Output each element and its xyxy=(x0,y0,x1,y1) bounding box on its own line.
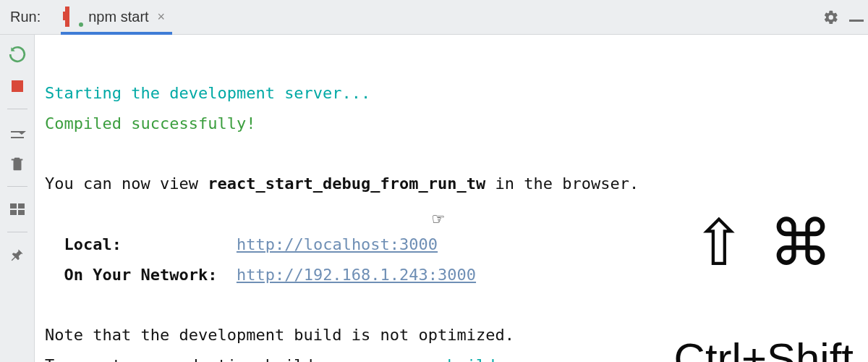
network-label: On Your Network: xyxy=(64,266,218,284)
app-name: react_start_debug_from_run_tw xyxy=(208,174,485,193)
network-url-link[interactable]: http://192.168.1.243:3000 xyxy=(237,266,476,284)
console-line: Note that the development build is not o… xyxy=(45,326,514,344)
run-tab[interactable]: npm start × xyxy=(61,0,172,34)
clear-all-button[interactable] xyxy=(8,154,27,173)
pin-button[interactable] xyxy=(8,245,27,264)
scroll-to-end-button[interactable] xyxy=(8,122,27,141)
shortcut-hint-overlay: ⇧ ⌘ Ctrl+Shift xyxy=(674,151,854,362)
console-line: Starting the development server... xyxy=(45,84,370,102)
svg-rect-3 xyxy=(10,203,17,209)
svg-rect-5 xyxy=(10,210,17,215)
tab-label: npm start xyxy=(88,9,148,25)
console-output: Starting the development server... Compi… xyxy=(35,35,868,362)
sidebar-separator xyxy=(7,186,27,187)
run-label: Run: xyxy=(10,9,41,25)
hand-cursor-icon: ☜ xyxy=(433,201,444,237)
run-sidebar xyxy=(0,35,35,362)
settings-gear-icon[interactable] xyxy=(823,9,839,25)
stop-button[interactable] xyxy=(8,77,27,96)
build-command: npm run build xyxy=(370,356,495,362)
local-url-link[interactable]: http://localhost:3000 xyxy=(237,235,438,253)
shortcut-text: Ctrl+Shift xyxy=(674,335,854,362)
rerun-button[interactable] xyxy=(8,45,27,64)
npm-icon xyxy=(65,9,82,26)
sidebar-separator xyxy=(7,232,27,232)
svg-rect-4 xyxy=(18,203,25,209)
svg-marker-2 xyxy=(17,131,26,135)
svg-rect-0 xyxy=(11,137,24,138)
svg-rect-1 xyxy=(11,131,19,132)
shortcut-symbols: ⇧ ⌘ xyxy=(674,211,854,275)
console-line: You can now view react_start_debug_from_… xyxy=(45,174,639,193)
layout-button[interactable] xyxy=(8,200,27,219)
close-tab-button[interactable]: × xyxy=(158,9,166,25)
console-line: To create a production build, use npm ru… xyxy=(45,356,505,362)
console-line: Compiled successfully! xyxy=(45,114,255,132)
local-label: Local: xyxy=(64,235,122,253)
sidebar-separator xyxy=(7,109,27,109)
run-toolbar: Run: npm start × xyxy=(0,0,868,35)
svg-rect-6 xyxy=(18,210,25,215)
minimize-icon[interactable] xyxy=(849,12,864,22)
